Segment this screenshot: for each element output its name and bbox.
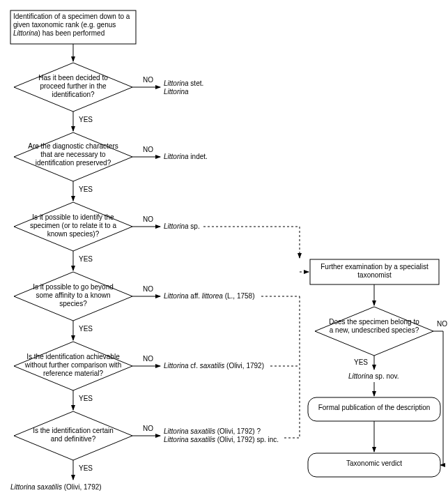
r1b: Littorina: [164, 88, 189, 96]
flowchart: Identification of a specimen down to a g…: [0, 0, 448, 502]
r2: Littorina indet.: [164, 153, 208, 160]
svg-text:YES: YES: [354, 358, 368, 366]
svg-text:NO: NO: [143, 425, 153, 432]
r1a: Littorina stet.: [164, 79, 203, 87]
svg-text:NO: NO: [143, 76, 153, 84]
svg-text:NO: NO: [143, 215, 153, 223]
svg-text:YES: YES: [79, 185, 93, 193]
svg-text:NO: NO: [143, 146, 153, 153]
r6a: Littorina saxatilis (Olivi, 1792) ?: [164, 427, 261, 435]
svg-text:YES: YES: [79, 255, 93, 263]
svg-text:YES: YES: [79, 464, 93, 472]
svg-text:YES: YES: [79, 116, 93, 123]
svg-text:NO: NO: [143, 355, 153, 363]
r5: Littorina cf. saxatilis (Olivi, 1792): [164, 362, 264, 370]
r4: Littorina aff. littorea (L., 1758): [164, 292, 254, 300]
r6b: Littorina saxatilis (Olivi, 1792) sp. in…: [164, 436, 279, 443]
svg-text:YES: YES: [79, 325, 93, 333]
svg-text:NO: NO: [143, 285, 153, 293]
svg-text:NO: NO: [437, 320, 447, 328]
final: Littorina saxatilis (Olivi, 1792): [10, 483, 102, 491]
svg-text:YES: YES: [79, 395, 93, 402]
r3: Littorina sp.: [164, 222, 200, 230]
spnov: Littorina sp. nov.: [348, 372, 399, 380]
